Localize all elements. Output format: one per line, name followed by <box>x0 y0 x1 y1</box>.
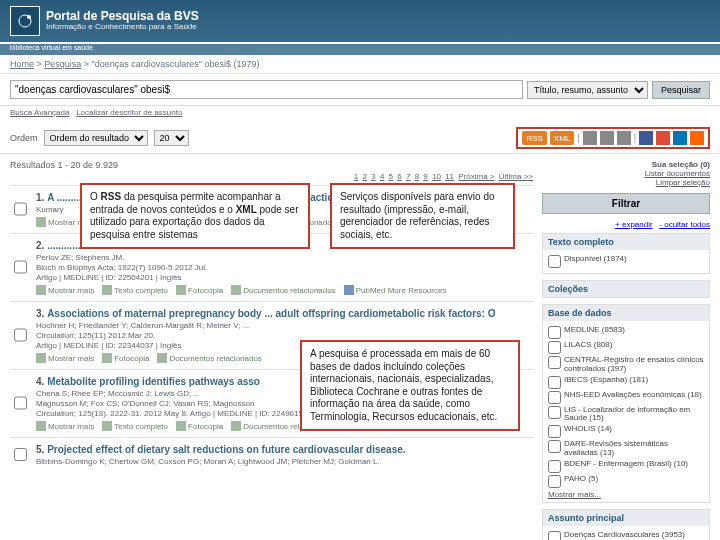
filter-collections: Coleções <box>542 280 710 298</box>
filter-button[interactable]: Filtrar <box>542 193 710 214</box>
vhl-label: biblioteca virtual em saúde <box>0 44 720 55</box>
result-links: Mostrar mais Texto completo Fotocópia Do… <box>36 285 534 295</box>
filter-header: Assunto principal <box>548 513 624 523</box>
page-link[interactable]: 6 <box>397 172 401 181</box>
link-more[interactable]: Mostrar mais <box>36 421 94 431</box>
google-icon[interactable] <box>656 131 670 145</box>
page-link[interactable]: 11 <box>445 172 454 181</box>
filter-option[interactable]: Disponível (1874) <box>548 255 704 268</box>
link-photocopy[interactable]: Fotocópia <box>102 353 149 363</box>
result-checkbox[interactable] <box>14 446 27 463</box>
page-link[interactable]: 1 <box>354 172 358 181</box>
page-link[interactable]: 5 <box>389 172 393 181</box>
link-photocopy[interactable]: Fotocópia <box>176 421 223 431</box>
filter-header: Coleções <box>548 284 588 294</box>
logo-icon <box>10 6 40 36</box>
order-label: Ordem <box>10 133 38 143</box>
result-source: Bloch m Biophys Acta; 1822(7) 1090-5 201… <box>36 263 534 272</box>
locate-descriptor-link[interactable]: Localizar descritor de assunto <box>76 108 182 117</box>
search-input[interactable] <box>10 80 523 99</box>
filter-databases: Base de dados MEDLINE (8583)LILACS (808)… <box>542 304 710 503</box>
filter-option[interactable]: IBECS (Espanha) (181) <box>548 376 704 389</box>
expand-all-link[interactable]: + expandir <box>615 220 653 229</box>
filter-option[interactable]: WHOLIS (14) <box>548 425 704 438</box>
result-number: 5. <box>36 444 44 455</box>
link-related[interactable]: Documentos relacionados <box>231 285 336 295</box>
filter-header: Texto completo <box>548 237 614 247</box>
result-checkbox[interactable] <box>14 194 27 224</box>
list-docs-link[interactable]: Listar documentos <box>542 169 710 178</box>
result-title[interactable]: Projected effect of dietary salt reducti… <box>47 444 405 455</box>
result-title[interactable]: Metabolite profiling identifies pathways… <box>47 376 260 387</box>
result-checkbox[interactable] <box>14 310 27 360</box>
result-authors: Bibbins-Domingo K; Chertow GM; Coxson PG… <box>36 457 534 466</box>
hide-all-link[interactable]: - ocultar todos <box>659 220 710 229</box>
link-fulltext[interactable]: Texto completo <box>102 421 168 431</box>
clear-selection-link[interactable]: Limpar seleção <box>542 178 710 187</box>
show-more-link[interactable]: Mostrar mais... <box>548 490 601 499</box>
search-button[interactable]: Pesquisar <box>652 81 710 99</box>
filter-option[interactable]: LILACS (808) <box>548 341 704 354</box>
sidebar: Sua seleção (0) Listar documentos Limpar… <box>542 160 710 540</box>
filter-mainsubject: Assunto principal Doenças Cardiovascular… <box>542 509 710 540</box>
page-last[interactable]: Última >> <box>499 172 533 181</box>
breadcrumb-search[interactable]: Pesquisa <box>44 59 81 69</box>
filter-option[interactable]: BDENF - Enfermagem (Brasil) (10) <box>548 460 704 473</box>
app-header: Portal de Pesquisa da BVS Informação e C… <box>0 0 720 42</box>
order-select[interactable]: Ordem do resultado <box>44 130 148 146</box>
result-title[interactable]: Associations of maternal prepregnancy bo… <box>47 308 495 319</box>
breadcrumb: Home > Pesquisa > "doenças cardiovascula… <box>0 55 720 74</box>
link-more[interactable]: Mostrar mais <box>36 353 94 363</box>
filter-header: Base de dados <box>548 308 612 318</box>
email-icon[interactable] <box>600 131 614 145</box>
filter-option[interactable]: PAHO (5) <box>548 475 704 488</box>
breadcrumb-home[interactable]: Home <box>10 59 34 69</box>
link-more[interactable]: Mostrar mais <box>36 285 94 295</box>
page-next[interactable]: Próxima > <box>458 172 494 181</box>
page-link[interactable]: 8 <box>415 172 419 181</box>
pager: 1 2 3 4 5 6 7 8 9 10 11 Próxima > Última… <box>10 172 534 181</box>
result-meta: Artigo | MEDLINE | ID: 22504201 | Inglês <box>36 273 534 282</box>
page-link[interactable]: 2 <box>363 172 367 181</box>
link-photocopy[interactable]: Fotocópia <box>176 285 223 295</box>
callout-bases: A pesquisa é processada em mais de 60 ba… <box>300 340 520 431</box>
result-source: Circulation; 125(11) 2012 Mar 20. <box>36 331 534 340</box>
page-link[interactable]: 4 <box>380 172 384 181</box>
share-toolbar: RSS XML | | <box>516 127 710 149</box>
result-authors: Hochner H; Friedlander Y; Calderon-Marga… <box>36 321 534 330</box>
result-number: 3. <box>36 308 44 319</box>
xml-button[interactable]: XML <box>550 131 574 145</box>
result-authors: Perlov ZE; Stephens JM. <box>36 253 534 262</box>
callout-services: Serviços disponíveis para envio do resul… <box>330 183 515 249</box>
rss-button[interactable]: RSS <box>522 131 546 145</box>
callout-rss: O RSS da pesquisa permite acompanhar a e… <box>80 183 310 249</box>
filter-fulltext: Texto completo Disponível (1874) <box>542 233 710 274</box>
result-checkbox[interactable] <box>14 378 27 428</box>
page-link[interactable]: 7 <box>406 172 410 181</box>
filter-option[interactable]: Doenças Cardiovasculares (3953) <box>548 531 704 540</box>
filter-option[interactable]: CENTRAL-Registro de ensaios clínicos con… <box>548 356 704 374</box>
result-number: 4. <box>36 376 44 387</box>
link-related[interactable]: Documentos relacionados <box>157 353 262 363</box>
filter-option[interactable]: NHS-EED Avaliações econômicas (18) <box>548 391 704 404</box>
export-icon[interactable] <box>617 131 631 145</box>
svg-point-1 <box>27 15 31 19</box>
facebook-icon[interactable] <box>639 131 653 145</box>
header-subtitle: Informação e Conhecimento para a Saúde <box>46 23 199 32</box>
filter-option[interactable]: DARE-Revisões sistemáticas avaliadas (13… <box>548 440 704 458</box>
page-link[interactable]: 3 <box>371 172 375 181</box>
search-scope-select[interactable]: Título, resumo, assunto <box>527 81 648 99</box>
print-icon[interactable] <box>583 131 597 145</box>
advanced-search-link[interactable]: Busca Avançada <box>10 108 69 117</box>
link-fulltext[interactable]: Texto completo <box>102 285 168 295</box>
selection-box: Sua seleção (0) Listar documentos Limpar… <box>542 160 710 187</box>
perpage-select[interactable]: 20 <box>154 130 189 146</box>
page-link[interactable]: 9 <box>423 172 427 181</box>
result-checkbox[interactable] <box>14 242 27 292</box>
addthis-icon[interactable] <box>690 131 704 145</box>
filter-option[interactable]: LIS - Localizador de informação em Saúde… <box>548 406 704 424</box>
page-link[interactable]: 10 <box>432 172 441 181</box>
link-pubmed[interactable]: PubMed More Resources <box>344 285 447 295</box>
filter-option[interactable]: MEDLINE (8583) <box>548 326 704 339</box>
linkedin-icon[interactable] <box>673 131 687 145</box>
